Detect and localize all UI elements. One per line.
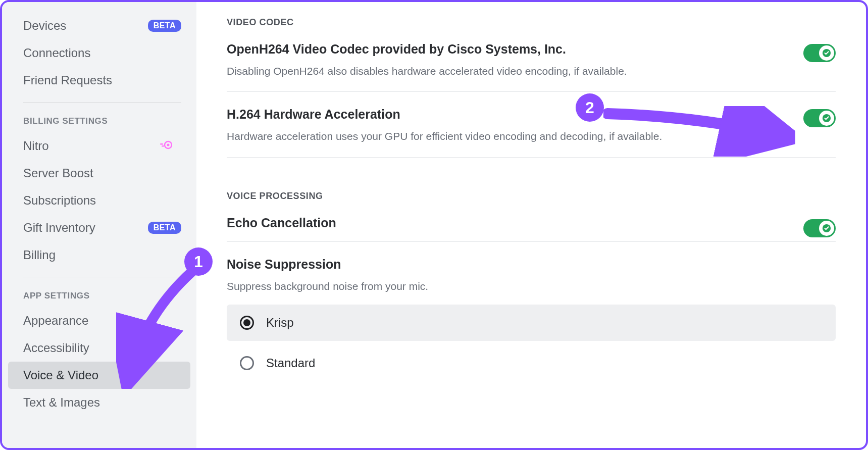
setting-divider [227, 91, 836, 92]
setting-title-noise: Noise Suppression [227, 257, 836, 272]
section-header-video-codec: VIDEO CODEC [227, 17, 836, 28]
sidebar-item-label: Voice & Video [23, 368, 98, 382]
check-icon [822, 48, 831, 58]
toggle-handle [819, 221, 834, 236]
sidebar-divider [23, 102, 181, 103]
radio-unchecked-icon [240, 356, 254, 370]
sidebar-item-label: Subscriptions [23, 193, 96, 208]
setting-description: Disabling OpenH264 also disables hardwar… [227, 64, 836, 78]
annotation-badge-1: 1 [184, 247, 213, 276]
check-icon [822, 224, 831, 233]
sidebar-item-server-boost[interactable]: Server Boost [8, 160, 190, 187]
toggle-h264-hw[interactable] [803, 109, 836, 127]
sidebar-item-friend-requests[interactable]: Friend Requests [8, 67, 190, 94]
annotation-badge-2: 2 [576, 93, 604, 122]
sidebar-item-appearance[interactable]: Appearance [8, 307, 190, 334]
settings-content: VIDEO CODEC OpenH264 Video Codec provide… [196, 2, 866, 448]
sidebar-item-label: Friend Requests [23, 73, 112, 87]
nitro-icon [160, 140, 172, 153]
beta-badge: BETA [148, 222, 181, 234]
radio-label: Standard [266, 356, 315, 370]
sidebar-item-billing[interactable]: Billing [8, 241, 190, 269]
svg-point-1 [167, 143, 170, 146]
setting-title: Echo Cancellation [227, 216, 336, 230]
sidebar-header-billing: BILLING SETTINGS [8, 110, 190, 132]
toggle-handle [819, 111, 834, 126]
radio-option-krisp[interactable]: Krisp [227, 305, 836, 341]
sidebar-item-label: Gift Inventory [23, 221, 95, 235]
sidebar-item-label: Accessibility [23, 341, 89, 355]
noise-suppression-radio-group: Krisp Standard [227, 305, 836, 376]
radio-label: Krisp [266, 316, 294, 330]
radio-option-standard[interactable]: Standard [227, 350, 836, 376]
sidebar-item-accessibility[interactable]: Accessibility [8, 334, 190, 362]
sidebar-item-label: Billing [23, 248, 56, 262]
sidebar-item-gift-inventory[interactable]: Gift Inventory BETA [8, 214, 190, 241]
svg-rect-3 [162, 145, 164, 147]
setting-echo-cancellation: Echo Cancellation [227, 216, 836, 241]
sidebar-item-label: Server Boost [23, 166, 93, 180]
sidebar-item-subscriptions[interactable]: Subscriptions [8, 187, 190, 214]
sidebar-item-devices[interactable]: Devices BETA [8, 12, 190, 39]
sidebar-item-label: Nitro [23, 139, 49, 153]
sidebar-item-text-images[interactable]: Text & Images [8, 389, 190, 416]
beta-badge: BETA [148, 20, 181, 32]
setting-h264-hw: H.264 Hardware Acceleration [227, 107, 836, 129]
toggle-openh264[interactable] [803, 44, 836, 62]
settings-sidebar: Devices BETA Connections Friend Requests… [2, 2, 196, 448]
setting-description: Suppress background noise from your mic. [227, 279, 836, 293]
sidebar-item-label: Appearance [23, 314, 88, 328]
setting-divider [227, 157, 836, 158]
sidebar-item-label: Connections [23, 46, 90, 60]
sidebar-divider [23, 277, 181, 277]
setting-divider [227, 241, 836, 242]
sidebar-item-label: Devices [23, 19, 66, 33]
setting-openh264: OpenH264 Video Codec provided by Cisco S… [227, 42, 836, 64]
svg-rect-2 [160, 143, 163, 145]
toggle-echo-cancellation[interactable] [803, 219, 836, 237]
setting-title: H.264 Hardware Acceleration [227, 107, 400, 122]
sidebar-item-label: Text & Images [23, 395, 100, 410]
sidebar-item-nitro[interactable]: Nitro [8, 132, 190, 160]
sidebar-item-voice-video[interactable]: Voice & Video [8, 362, 190, 389]
setting-description: Hardware acceleration uses your GPU for … [227, 129, 836, 143]
setting-title: OpenH264 Video Codec provided by Cisco S… [227, 42, 566, 57]
sidebar-item-connections[interactable]: Connections [8, 39, 190, 67]
sidebar-header-app: APP SETTINGS [8, 284, 190, 307]
check-icon [822, 114, 831, 123]
toggle-handle [819, 45, 834, 61]
radio-checked-icon [240, 316, 254, 330]
section-header-voice-processing: VOICE PROCESSING [227, 191, 836, 202]
